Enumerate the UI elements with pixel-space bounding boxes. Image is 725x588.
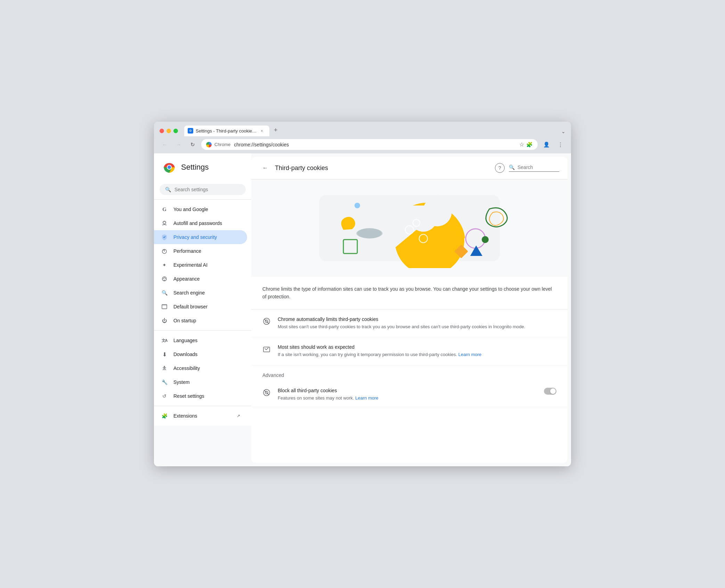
address-url: chrome://settings/cookies	[234, 142, 516, 147]
close-window-button[interactable]	[160, 129, 164, 133]
sidebar-label-performance: Performance	[173, 248, 201, 254]
sidebar-label-languages: Languages	[173, 338, 197, 343]
sidebar-label-search: Search engine	[173, 290, 205, 296]
svg-point-26	[482, 236, 489, 243]
block-all-toggle-wrap[interactable]	[544, 388, 556, 395]
refresh-button[interactable]: ↻	[187, 139, 198, 150]
settings-page-title: Settings	[181, 163, 209, 172]
tab-bar: ⚙ Settings - Third-party cookie… × + ⌄	[184, 125, 565, 136]
auto-limit-title: Chrome automatically limits third-party …	[278, 316, 556, 322]
profile-button[interactable]: 👤	[541, 139, 552, 150]
new-tab-button[interactable]: +	[271, 125, 280, 135]
sidebar-label-you-and-google: You and Google	[173, 207, 208, 212]
sidebar-item-on-startup[interactable]: ⏻ On startup	[154, 314, 247, 328]
forward-button[interactable]: →	[173, 139, 184, 150]
svg-line-28	[264, 319, 269, 324]
extensions-puzzle-icon[interactable]: 🧩	[526, 142, 533, 148]
toggle-thumb	[550, 388, 556, 394]
sidebar-search-bar: 🔍	[154, 180, 251, 200]
content-back-button[interactable]: ←	[260, 162, 271, 174]
advanced-section: Advanced	[251, 365, 568, 382]
active-tab[interactable]: ⚙ Settings - Third-party cookie… ×	[184, 126, 269, 136]
block-all-toggle[interactable]	[544, 388, 556, 395]
bookmark-star-icon[interactable]: ☆	[519, 141, 524, 148]
sidebar-item-downloads[interactable]: ⬇ Downloads	[154, 347, 247, 361]
sidebar-label-extensions: Extensions	[173, 413, 197, 419]
sidebar-label-autofill: Autofill and passwords	[173, 220, 222, 226]
auto-limit-content: Chrome automatically limits third-party …	[278, 316, 556, 330]
sites-work-desc: If a site isn't working, you can try giv…	[278, 351, 556, 358]
sidebar-label-privacy: Privacy and security	[173, 234, 217, 240]
tab-close-button[interactable]: ×	[259, 128, 264, 134]
main-content: Settings 🔍 G You and Google	[154, 153, 571, 466]
menu-button[interactable]: ⋮	[555, 139, 565, 150]
performance-icon	[161, 248, 168, 255]
downloads-icon: ⬇	[161, 351, 168, 358]
cookie-illustration	[251, 179, 568, 277]
sidebar-label-on-startup: On startup	[173, 318, 196, 323]
advanced-label: Advanced	[262, 372, 556, 378]
learn-more-block-link[interactable]: Learn more	[355, 395, 378, 401]
cookie-svg	[305, 188, 514, 268]
sidebar-item-autofill[interactable]: Autofill and passwords	[154, 216, 247, 230]
content-search-input[interactable]	[518, 164, 559, 170]
header-right: ? 🔍	[495, 163, 559, 173]
sidebar-item-appearance[interactable]: Appearance	[154, 272, 247, 286]
sidebar-item-reset[interactable]: ↺ Reset settings	[154, 389, 247, 403]
sidebar-item-system[interactable]: 🔧 System	[154, 375, 247, 389]
sidebar-item-languages[interactable]: 文A Languages	[154, 333, 247, 347]
svg-point-9	[164, 277, 165, 278]
toggle-track	[544, 388, 556, 395]
option-sites-work: Most sites should work as expected If a …	[251, 337, 568, 365]
svg-rect-12	[162, 305, 167, 306]
sidebar-divider-1	[154, 330, 251, 331]
sidebar-divider-2	[154, 406, 251, 406]
startup-icon: ⏻	[161, 317, 168, 324]
learn-more-sites-link[interactable]: Learn more	[458, 352, 481, 357]
content-page-title: Third-party cookies	[275, 164, 328, 172]
sidebar-label-ai: Experimental AI	[173, 262, 207, 268]
svg-point-15	[355, 203, 360, 208]
option-auto-limit: Chrome automatically limits third-party …	[251, 309, 568, 338]
tab-favicon-icon: ⚙	[188, 128, 193, 134]
toolbar: ← → ↻ Chrome chrome://settings/cookies ☆…	[154, 136, 571, 153]
title-bar: ⚙ Settings - Third-party cookie… × + ⌄	[154, 122, 571, 136]
svg-point-13	[164, 366, 165, 367]
address-bar[interactable]: Chrome chrome://settings/cookies ☆ 🧩	[201, 139, 538, 150]
options-list: Chrome automatically limits third-party …	[251, 309, 568, 365]
sidebar-item-search[interactable]: 🔍 Search engine	[154, 286, 247, 300]
search-wrap[interactable]: 🔍	[160, 184, 246, 195]
sidebar-item-you-and-google[interactable]: G You and Google	[154, 202, 247, 216]
back-button[interactable]: ←	[160, 139, 170, 150]
option-block-all: Block all third-party cookies Features o…	[251, 382, 568, 408]
svg-point-8	[163, 278, 164, 279]
sidebar-item-performance[interactable]: Performance	[154, 244, 247, 258]
sidebar-item-accessibility[interactable]: Accessibility	[154, 361, 247, 375]
search-engine-icon: 🔍	[161, 289, 168, 296]
system-icon: 🔧	[161, 379, 168, 386]
content-panel: ← Third-party cookies ? 🔍	[251, 157, 568, 463]
sidebar-label-system: System	[173, 379, 190, 385]
tab-list-button[interactable]: ⌄	[561, 129, 565, 134]
sidebar-item-extensions[interactable]: 🧩 Extensions ↗	[154, 409, 247, 423]
traffic-lights	[160, 129, 178, 133]
autofill-icon	[161, 220, 168, 227]
content-description: Chrome limits the type of information si…	[251, 277, 568, 309]
sidebar-item-privacy[interactable]: Privacy and security	[154, 230, 247, 244]
sidebar-label-appearance: Appearance	[173, 276, 200, 282]
help-button[interactable]: ?	[495, 163, 505, 173]
description-text: Chrome limits the type of information si…	[262, 285, 556, 301]
sites-work-content: Most sites should work as expected If a …	[278, 344, 556, 358]
auto-limit-icon	[262, 317, 271, 325]
content-search-wrap[interactable]: 🔍	[509, 164, 559, 172]
minimize-window-button[interactable]	[166, 129, 171, 133]
browser-window: ⚙ Settings - Third-party cookie… × + ⌄ ←…	[154, 122, 571, 466]
content-header: ← Third-party cookies ? 🔍	[251, 157, 568, 179]
content-search-icon: 🔍	[509, 164, 515, 170]
sidebar-item-default-browser[interactable]: Default browser	[154, 300, 247, 314]
maximize-window-button[interactable]	[173, 129, 178, 133]
sidebar-item-ai[interactable]: ✦ Experimental AI	[154, 258, 247, 272]
auto-limit-desc: Most sites can't use third-party cookies…	[278, 323, 556, 330]
search-settings-input[interactable]	[174, 187, 240, 192]
svg-point-3	[168, 166, 171, 169]
